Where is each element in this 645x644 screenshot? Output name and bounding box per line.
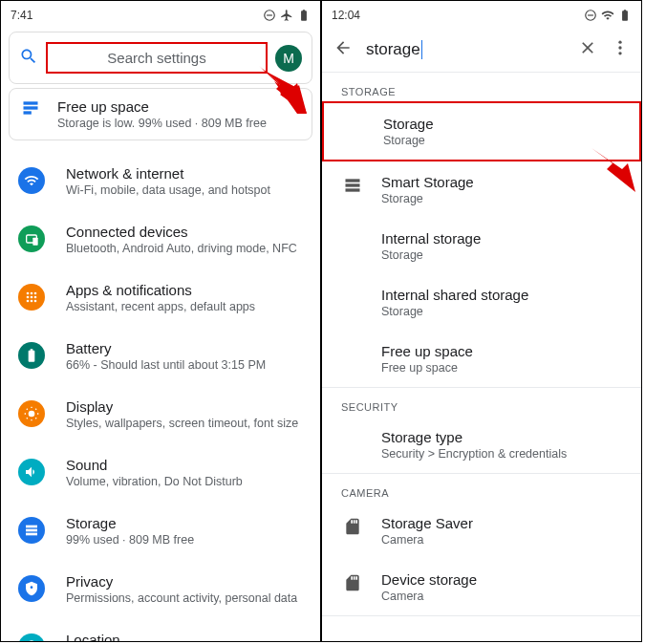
- free-up-space-title: Free up space: [57, 98, 267, 115]
- settings-row-apps[interactable]: Apps & notifications Assistant, recent a…: [1, 268, 320, 327]
- result-title: Smart Storage: [381, 174, 474, 190]
- row-title: Privacy: [66, 573, 297, 590]
- dnd-icon: [584, 9, 597, 22]
- settings-row-display[interactable]: Display Styles, wallpapers, screen timeo…: [1, 385, 320, 443]
- row-subtitle: Styles, wallpapers, screen timeout, font…: [66, 417, 298, 430]
- svg-point-13: [27, 300, 30, 303]
- settings-row-wifi[interactable]: Network & internet Wi-Fi, mobile, data u…: [1, 152, 320, 210]
- svg-point-28: [618, 46, 621, 49]
- settings-main-screen: 7:41 Search settings M Free up space Sto…: [0, 0, 321, 642]
- row-title: Apps & notifications: [66, 282, 255, 298]
- search-result[interactable]: Storage Saver Camera: [322, 503, 641, 559]
- settings-row-sound[interactable]: Sound Volume, vibration, Do Not Disturb: [1, 443, 320, 502]
- location-icon: [18, 633, 45, 642]
- svg-rect-26: [588, 14, 593, 15]
- result-title: Internal shared storage: [381, 287, 528, 303]
- result-subtitle: Storage: [381, 192, 474, 205]
- clock: 7:41: [11, 9, 32, 22]
- battery-icon: [18, 342, 45, 369]
- airplane-icon: [280, 9, 293, 22]
- settings-search-screen: 12:04 storage STORAGE Storage Storage Sm…: [321, 0, 642, 642]
- settings-row-battery[interactable]: Battery 66% - Should last until about 3:…: [1, 327, 320, 385]
- svg-point-27: [618, 41, 621, 44]
- result-subtitle: Camera: [381, 533, 473, 547]
- row-subtitle: Bluetooth, Android Auto, driving mode, N…: [66, 242, 297, 255]
- settings-row-privacy[interactable]: Privacy Permissions, account activity, p…: [1, 560, 320, 618]
- svg-point-20: [31, 586, 33, 589]
- wifi-icon: [18, 167, 45, 194]
- svg-point-10: [27, 296, 30, 299]
- row-title: Battery: [66, 340, 266, 356]
- clock: 12:04: [332, 9, 360, 22]
- row-title: Display: [66, 398, 298, 415]
- result-title: Free up space: [381, 343, 473, 359]
- svg-point-14: [31, 300, 33, 303]
- storage-icon: [18, 517, 45, 544]
- svg-point-29: [618, 52, 621, 54]
- settings-row-storage[interactable]: Storage 99% used · 809 MB free: [1, 502, 320, 560]
- search-icon: [19, 47, 38, 70]
- result-title: Device storage: [381, 571, 477, 588]
- row-subtitle: Assistant, recent apps, default apps: [66, 300, 255, 313]
- annotation-arrow: [259, 66, 307, 114]
- search-placeholder: Search settings: [46, 42, 268, 74]
- svg-rect-3: [24, 106, 38, 109]
- back-button[interactable]: [333, 38, 353, 61]
- row-title: Storage: [66, 515, 194, 531]
- search-input[interactable]: storage: [366, 40, 565, 59]
- search-header: storage: [322, 28, 641, 72]
- settings-row-devices[interactable]: Connected devices Bluetooth, Android Aut…: [1, 210, 320, 268]
- search-result[interactable]: Internal storage Storage: [322, 218, 641, 274]
- svg-rect-18: [26, 529, 37, 532]
- status-bar: 7:41: [1, 1, 320, 28]
- row-subtitle: 66% - Should last until about 3:15 PM: [66, 358, 266, 372]
- result-title: Storage: [383, 116, 434, 132]
- result-subtitle: Security > Encryption & credentials: [381, 447, 567, 461]
- clear-button[interactable]: [578, 38, 597, 61]
- result-title: Internal storage: [381, 230, 481, 247]
- result-subtitle: Storage: [381, 248, 481, 262]
- result-title: Storage type: [381, 429, 567, 445]
- search-result[interactable]: Internal shared storage Storage: [322, 274, 641, 331]
- devices-icon: [18, 225, 45, 252]
- battery-icon: [297, 9, 311, 22]
- result-subtitle: Camera: [381, 590, 477, 603]
- overflow-menu[interactable]: [611, 38, 630, 61]
- section-header: CAMERA: [322, 474, 641, 503]
- dnd-icon: [263, 9, 276, 22]
- search-result[interactable]: Device storage Camera: [322, 559, 641, 615]
- svg-rect-2: [24, 101, 38, 104]
- status-bar: 12:04: [322, 1, 641, 28]
- svg-rect-19: [26, 533, 37, 536]
- svg-rect-32: [346, 188, 360, 191]
- sd-icon: [341, 517, 364, 536]
- row-title: Network & internet: [66, 165, 270, 182]
- search-result[interactable]: Storage type Security > Encryption & cre…: [322, 417, 641, 473]
- search-result[interactable]: Free up space Free up space: [322, 331, 641, 387]
- svg-point-16: [29, 411, 35, 418]
- svg-rect-31: [346, 183, 360, 186]
- apps-icon: [18, 284, 45, 311]
- svg-point-11: [31, 296, 33, 299]
- row-subtitle: Permissions, account activity, personal …: [66, 591, 297, 605]
- svg-rect-4: [24, 111, 32, 114]
- settings-row-location[interactable]: Location On · 11 apps have access to loc…: [1, 618, 320, 642]
- svg-rect-30: [346, 179, 360, 182]
- section-header: STORAGE: [322, 73, 641, 101]
- row-subtitle: 99% used · 809 MB free: [66, 533, 194, 547]
- sound-icon: [18, 459, 45, 485]
- result-subtitle: Free up space: [381, 361, 473, 375]
- svg-point-8: [31, 292, 33, 295]
- svg-rect-6: [32, 238, 37, 246]
- display-icon: [18, 400, 45, 427]
- svg-point-9: [34, 292, 37, 295]
- annotation-arrow: [590, 146, 637, 194]
- svg-point-7: [27, 292, 30, 295]
- battery-icon: [618, 9, 632, 22]
- row-subtitle: Volume, vibration, Do Not Disturb: [66, 475, 243, 488]
- svg-rect-17: [26, 526, 37, 528]
- result-subtitle: Storage: [381, 305, 528, 318]
- result-subtitle: Storage: [383, 134, 434, 147]
- wifi-icon: [601, 9, 614, 22]
- svg-point-12: [34, 296, 37, 299]
